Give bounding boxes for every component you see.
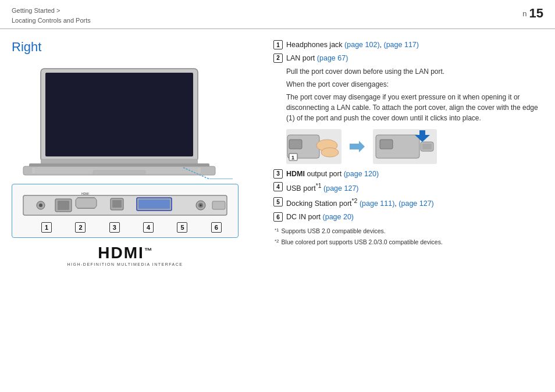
lan-illustration: 1 xyxy=(286,129,543,164)
footnote-2: *2 Blue colored port supports USB 2.0/3.… xyxy=(275,238,543,247)
breadcrumb: Getting Started > Locating Controls and … xyxy=(12,6,91,25)
port-badge-6: 6 xyxy=(273,212,283,222)
port-link-3a[interactable]: (page 120) xyxy=(344,170,379,178)
port-desc-1: Headphones jack (page 102), (page 117) xyxy=(286,40,419,51)
page-number: 15 xyxy=(529,6,543,21)
port-label-6: 6 xyxy=(211,222,222,233)
port-label-5: 5 xyxy=(177,222,187,233)
port-label-3: 3 xyxy=(109,222,120,233)
port-strip-container: HDMI xyxy=(12,184,239,238)
port-label-4: 4 xyxy=(143,222,154,233)
hdmi-tagline: HIGH-DEFINITION MULTIMEDIA INTERFACE xyxy=(67,262,183,266)
port-desc-3: HDMI output port (page 120) xyxy=(286,169,379,180)
svg-rect-1 xyxy=(45,73,193,156)
port-desc-4: USB port*1 (page 127) xyxy=(286,181,359,194)
lan-svg-1: 1 xyxy=(286,129,341,164)
footnote-ref-1: *1 xyxy=(275,227,279,236)
svg-text:1: 1 xyxy=(291,155,294,161)
left-panel: Right xyxy=(12,40,262,266)
page-n-label: n xyxy=(522,9,526,18)
lan-img-box-2 xyxy=(373,129,437,164)
port-badge-4: 4 xyxy=(273,182,283,191)
arrow-svg xyxy=(348,138,366,155)
port-link-1a[interactable]: (page 102) xyxy=(344,41,379,49)
svg-rect-21 xyxy=(112,200,122,208)
arrow-right xyxy=(348,138,366,155)
footnote-text-1: Supports USB 2.0 compatible devices. xyxy=(282,227,386,234)
svg-text:HDMI: HDMI xyxy=(81,192,89,195)
port-badge-5: 5 xyxy=(273,197,283,206)
lan-block: When the port cover disengages: The port… xyxy=(286,79,543,123)
footnote-ref-2: *2 xyxy=(275,238,279,247)
lan-when-title: When the port cover disengages: xyxy=(286,79,543,90)
port-badge-1: 1 xyxy=(273,40,283,49)
svg-rect-27 xyxy=(212,201,225,209)
section-title: Right xyxy=(12,40,262,55)
svg-rect-23 xyxy=(138,199,170,209)
main-content: Right xyxy=(0,29,555,272)
lan-svg-2 xyxy=(373,129,437,164)
port-link-2a[interactable]: (page 67) xyxy=(317,54,348,62)
port-numbers: 1 2 3 4 5 6 xyxy=(18,222,245,233)
footnotes: *1 Supports USB 2.0 compatible devices. … xyxy=(275,227,543,247)
laptop-svg xyxy=(12,63,233,179)
port-desc-5: Docking Station port*2 (page 111), (page… xyxy=(286,197,434,209)
port-item-4: 4 USB port*1 (page 127) xyxy=(273,181,543,194)
port-sub-2: Pull the port cover down before using th… xyxy=(286,66,543,77)
port-link-1b[interactable]: (page 117) xyxy=(384,41,419,49)
svg-rect-16 xyxy=(58,201,69,210)
svg-marker-19 xyxy=(76,198,97,208)
port-item-1: 1 Headphones jack (page 102), (page 117) xyxy=(273,40,543,51)
hdmi-logo-container: HDMI™ HIGH-DEFINITION MULTIMEDIA INTERFA… xyxy=(12,245,239,266)
right-panel: 1 Headphones jack (page 102), (page 117)… xyxy=(262,40,543,266)
port-link-4a[interactable]: (page 127) xyxy=(323,184,358,193)
footnote-text-2: Blue colored port supports USB 2.0/3.0 c… xyxy=(282,238,443,245)
port-badge-3: 3 xyxy=(273,169,283,179)
port-link-6a[interactable]: (page 20) xyxy=(323,213,354,221)
svg-rect-36 xyxy=(380,140,393,149)
svg-rect-29 xyxy=(289,140,302,149)
port-item-2: 2 LAN port (page 67) xyxy=(273,53,543,64)
port-item-3: 3 HDMI output port (page 120) xyxy=(273,169,543,180)
port-item-5: 5 Docking Station port*2 (page 111), (pa… xyxy=(273,197,543,209)
svg-point-14 xyxy=(39,204,42,207)
page-header: Getting Started > Locating Controls and … xyxy=(0,0,555,29)
port-desc-6: DC IN port (page 20) xyxy=(286,212,354,223)
hdmi-tm: ™ xyxy=(144,246,152,255)
port-item-6: 6 DC IN port (page 20) xyxy=(273,212,543,223)
svg-rect-9 xyxy=(93,170,145,174)
hdmi-logo: HDMI™ HIGH-DEFINITION MULTIMEDIA INTERFA… xyxy=(67,245,183,266)
port-badge-2: 2 xyxy=(273,54,283,63)
port-link-5b[interactable]: (page 127) xyxy=(399,199,433,208)
port-link-5a[interactable]: (page 111) xyxy=(360,199,394,208)
port-desc-2: LAN port (page 67) xyxy=(286,53,348,64)
hdmi-letters: HDMI xyxy=(98,245,144,261)
port-label-2: 2 xyxy=(75,222,86,233)
lan-img-box-1: 1 xyxy=(286,129,341,164)
svg-point-26 xyxy=(200,204,202,206)
footnote-1: *1 Supports USB 2.0 compatible devices. xyxy=(275,227,543,236)
port-label-1: 1 xyxy=(41,222,52,233)
svg-rect-39 xyxy=(422,144,432,149)
svg-marker-34 xyxy=(350,141,365,152)
port-strip: HDMI xyxy=(18,189,232,221)
laptop-diagram xyxy=(12,63,233,179)
svg-point-33 xyxy=(321,148,339,157)
port-strip-svg: HDMI xyxy=(20,191,230,220)
lan-when-text: The port cover may disengage if you exer… xyxy=(286,92,543,123)
